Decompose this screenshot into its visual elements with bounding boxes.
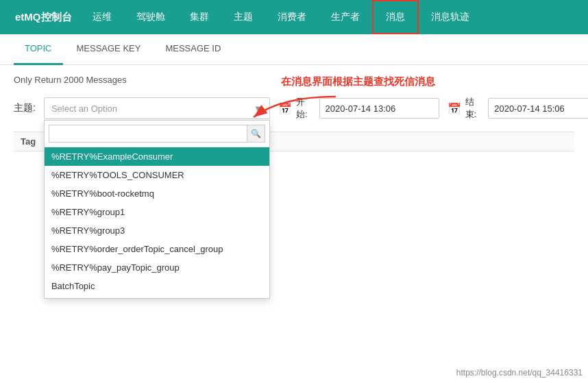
navbar: etMQ控制台 运维 驾驶舱 集群 主题 消费者 生产者 消息 消息轨迹 [0,0,588,34]
dropdown-panel: 🔍 %RETRY%ExampleConsumer%RETRY%TOOLS_CON… [44,120,270,299]
dropdown-option[interactable]: BatchTopic [45,277,269,295]
end-date-field: 📅 结束: [448,96,588,121]
dropdown-option[interactable]: %RETRY%group1 [45,203,269,221]
dropdown-option[interactable]: %RETRY%TOOLS_CONSUMER [45,166,269,184]
dropdown-arrow-icon: ▼ [254,103,262,114]
dropdown-option[interactable]: %RETRY%pay_payTopic_group [45,258,269,277]
nav-item-jiashicang[interactable]: 驾驶舱 [124,0,177,34]
tab-message-id[interactable]: MESSAGE ID [154,34,232,65]
nav-item-zhuti[interactable]: 主题 [221,0,265,34]
topic-dropdown-trigger[interactable]: Select an Option ▼ [44,97,270,119]
dropdown-search-row: 🔍 [45,121,269,147]
start-calendar-icon[interactable]: 📅 [278,102,292,115]
dropdown-placeholder: Select an Option [51,103,117,114]
nav-item-xiaofei[interactable]: 消费者 [265,0,319,34]
nav-item-jiqun[interactable]: 集群 [177,0,221,34]
start-date-field: 📅 开始: [278,96,439,121]
dropdown-search-button[interactable]: 🔍 [247,125,265,143]
end-label: 结束: [465,96,485,121]
dropdown-option[interactable]: BenchmarkTest [45,295,269,298]
col-tag: Tag [21,136,36,147]
topic-label: 主题: [14,102,36,114]
end-calendar-icon[interactable]: 📅 [448,102,461,115]
brand: etMQ控制台 [7,11,80,24]
watermark: https://blog.csdn.net/qq_34416331 [456,368,583,378]
dropdown-option[interactable]: %RETRY%boot-rocketmq [45,184,269,203]
tab-message-key[interactable]: MESSAGE KEY [66,34,152,65]
dropdown-search-input[interactable] [49,125,247,143]
search-row: 主题: Select an Option ▼ 🔍 %RETRY%ExampleC… [14,96,574,121]
dropdown-option[interactable]: %RETRY%ExampleConsumer [45,147,269,166]
nav-item-yunwei[interactable]: 运维 [80,0,124,34]
tab-topic[interactable]: TOPIC [14,34,63,65]
content: Only Return 2000 Messages 主题: Select an … [0,65,588,161]
only-return-label: Only Return 2000 Messages [14,75,574,85]
tabbar: TOPIC MESSAGE KEY MESSAGE ID [0,34,588,65]
end-date-input[interactable] [488,98,588,119]
start-label: 开始: [296,96,315,121]
nav-item-xiaoxi[interactable]: 消息 [372,0,419,34]
dropdown-list: %RETRY%ExampleConsumer%RETRY%TOOLS_CONSU… [45,147,269,298]
start-date-input[interactable] [319,98,439,119]
nav-item-shengchan[interactable]: 生产者 [319,0,372,34]
nav-item-xiaoxiguiji[interactable]: 消息轨迹 [419,0,482,34]
dropdown-option[interactable]: %RETRY%group3 [45,221,269,240]
topic-dropdown-wrapper: Select an Option ▼ 🔍 %RETRY%ExampleConsu… [44,97,270,119]
dropdown-option[interactable]: %RETRY%order_orderTopic_cancel_group [45,240,269,258]
